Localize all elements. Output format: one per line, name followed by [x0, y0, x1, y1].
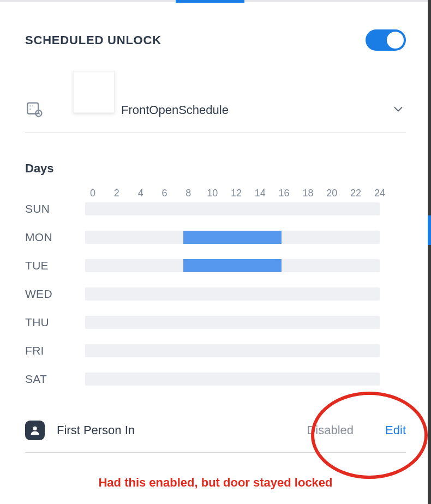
scheduled-unlock-header: SCHEDULED UNLOCK: [25, 29, 406, 51]
day-label: WED: [25, 287, 80, 301]
hour-tick: 2: [109, 188, 124, 199]
hour-tick: 18: [300, 188, 315, 199]
hour-tick: 24: [372, 188, 387, 199]
days-title: Days: [25, 161, 406, 176]
svg-point-3: [32, 105, 33, 106]
popup-overlay: [73, 71, 115, 113]
right-scroll-accent: [428, 215, 431, 245]
day-row: THU: [25, 316, 406, 329]
day-label: MON: [25, 231, 80, 244]
svg-point-4: [29, 109, 31, 110]
svg-rect-0: [27, 103, 38, 114]
day-row: FRI: [25, 344, 406, 357]
day-label: SAT: [25, 373, 80, 386]
hour-tick: 12: [229, 188, 244, 199]
svg-point-5: [33, 427, 37, 430]
day-label: TUE: [25, 259, 80, 272]
hour-tick: 6: [157, 188, 172, 199]
day-bar[interactable]: [85, 344, 380, 357]
first-person-in-label: First Person In: [57, 423, 295, 437]
hour-tick: 10: [205, 188, 220, 199]
day-bar[interactable]: [85, 373, 380, 386]
day-bar[interactable]: [85, 287, 380, 301]
hour-tick: 16: [277, 188, 292, 199]
first-person-in-row: First Person In Disabled Edit: [25, 421, 406, 453]
active-tab-indicator: [176, 0, 244, 3]
day-label: THU: [25, 316, 80, 329]
chevron-down-icon: [391, 101, 406, 119]
hour-tick: 0: [85, 188, 100, 199]
day-row: TUE: [25, 259, 406, 272]
schedule-selector[interactable]: FrontOpenSchedule: [25, 100, 406, 133]
first-person-in-status: Disabled: [307, 423, 354, 437]
hour-tick: 8: [181, 188, 196, 199]
day-bar[interactable]: [85, 202, 380, 215]
hour-tick: 20: [324, 188, 339, 199]
day-row: SAT: [25, 373, 406, 386]
right-edge: [428, 0, 431, 504]
day-label: FRI: [25, 344, 80, 357]
day-bar[interactable]: [85, 316, 380, 329]
annotation-caption: Had this enabled, but door stayed locked: [25, 476, 406, 490]
scheduled-unlock-toggle[interactable]: [366, 29, 406, 51]
person-icon: [25, 421, 45, 440]
days-section: Days 024681012141618202224 SUNMONTUEWEDT…: [25, 161, 406, 386]
days-timeline: 024681012141618202224 SUNMONTUEWEDTHUFRI…: [25, 188, 406, 386]
day-bar[interactable]: [85, 231, 380, 244]
day-row: SUN: [25, 202, 406, 215]
svg-point-2: [29, 105, 31, 106]
day-row: MON: [25, 231, 406, 244]
scheduled-unlock-title: SCHEDULED UNLOCK: [25, 33, 161, 47]
schedule-icon: [25, 100, 44, 121]
hour-axis: 024681012141618202224: [85, 188, 387, 199]
day-label: SUN: [25, 202, 80, 215]
schedule-name-label: FrontOpenSchedule: [121, 103, 229, 117]
hour-tick: 22: [348, 188, 363, 199]
edit-button[interactable]: Edit: [385, 423, 406, 437]
day-row: WED: [25, 287, 406, 301]
unlock-range[interactable]: [183, 259, 282, 272]
toggle-knob: [387, 32, 404, 49]
day-bar[interactable]: [85, 259, 380, 272]
hour-tick: 14: [253, 188, 268, 199]
hour-tick: 4: [133, 188, 148, 199]
unlock-range[interactable]: [183, 231, 282, 244]
